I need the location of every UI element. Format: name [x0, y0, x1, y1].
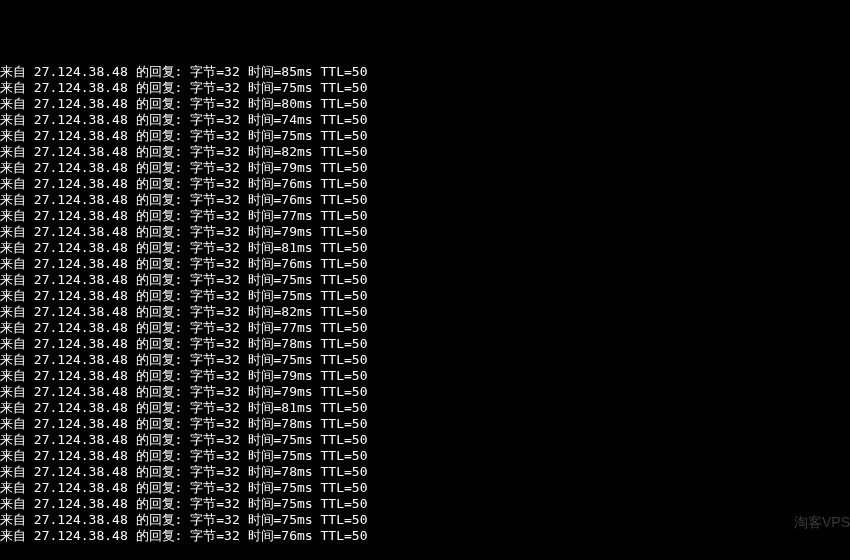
ping-reply-line: 来自 27.124.38.48 的回复: 字节=32 时间=81ms TTL=5… — [0, 240, 850, 256]
ping-reply-line: 来自 27.124.38.48 的回复: 字节=32 时间=75ms TTL=5… — [0, 512, 850, 528]
ping-reply-line: 来自 27.124.38.48 的回复: 字节=32 时间=78ms TTL=5… — [0, 464, 850, 480]
ping-reply-line: 来自 27.124.38.48 的回复: 字节=32 时间=76ms TTL=5… — [0, 176, 850, 192]
ping-reply-line: 来自 27.124.38.48 的回复: 字节=32 时间=79ms TTL=5… — [0, 160, 850, 176]
ping-reply-line: 来自 27.124.38.48 的回复: 字节=32 时间=78ms TTL=5… — [0, 416, 850, 432]
ping-reply-line: 来自 27.124.38.48 的回复: 字节=32 时间=76ms TTL=5… — [0, 256, 850, 272]
watermark-text: 淘客VPS — [794, 514, 850, 530]
ping-reply-line: 来自 27.124.38.48 的回复: 字节=32 时间=75ms TTL=5… — [0, 480, 850, 496]
ping-reply-line: 来自 27.124.38.48 的回复: 字节=32 时间=75ms TTL=5… — [0, 432, 850, 448]
ping-reply-line: 来自 27.124.38.48 的回复: 字节=32 时间=75ms TTL=5… — [0, 272, 850, 288]
ping-reply-line: 来自 27.124.38.48 的回复: 字节=32 时间=85ms TTL=5… — [0, 64, 850, 80]
ping-reply-line: 来自 27.124.38.48 的回复: 字节=32 时间=75ms TTL=5… — [0, 352, 850, 368]
ping-reply-line: 来自 27.124.38.48 的回复: 字节=32 时间=79ms TTL=5… — [0, 224, 850, 240]
ping-reply-line: 来自 27.124.38.48 的回复: 字节=32 时间=79ms TTL=5… — [0, 384, 850, 400]
ping-reply-line: 来自 27.124.38.48 的回复: 字节=32 时间=77ms TTL=5… — [0, 208, 850, 224]
ping-reply-line: 来自 27.124.38.48 的回复: 字节=32 时间=76ms TTL=5… — [0, 192, 850, 208]
terminal-output: 来自 27.124.38.48 的回复: 字节=32 时间=85ms TTL=5… — [0, 64, 850, 544]
ping-reply-line: 来自 27.124.38.48 的回复: 字节=32 时间=76ms TTL=5… — [0, 528, 850, 544]
ping-reply-line: 来自 27.124.38.48 的回复: 字节=32 时间=82ms TTL=5… — [0, 304, 850, 320]
ping-reply-line: 来自 27.124.38.48 的回复: 字节=32 时间=74ms TTL=5… — [0, 112, 850, 128]
ping-reply-line: 来自 27.124.38.48 的回复: 字节=32 时间=75ms TTL=5… — [0, 448, 850, 464]
ping-reply-line: 来自 27.124.38.48 的回复: 字节=32 时间=78ms TTL=5… — [0, 336, 850, 352]
ping-reply-line: 来自 27.124.38.48 的回复: 字节=32 时间=79ms TTL=5… — [0, 368, 850, 384]
ping-reply-line: 来自 27.124.38.48 的回复: 字节=32 时间=80ms TTL=5… — [0, 96, 850, 112]
ping-reply-line: 来自 27.124.38.48 的回复: 字节=32 时间=75ms TTL=5… — [0, 80, 850, 96]
ping-reply-line: 来自 27.124.38.48 的回复: 字节=32 时间=75ms TTL=5… — [0, 288, 850, 304]
ping-reply-line: 来自 27.124.38.48 的回复: 字节=32 时间=75ms TTL=5… — [0, 128, 850, 144]
ping-reply-line: 来自 27.124.38.48 的回复: 字节=32 时间=82ms TTL=5… — [0, 144, 850, 160]
ping-reply-line: 来自 27.124.38.48 的回复: 字节=32 时间=75ms TTL=5… — [0, 496, 850, 512]
ping-reply-line: 来自 27.124.38.48 的回复: 字节=32 时间=81ms TTL=5… — [0, 400, 850, 416]
ping-reply-line: 来自 27.124.38.48 的回复: 字节=32 时间=77ms TTL=5… — [0, 320, 850, 336]
